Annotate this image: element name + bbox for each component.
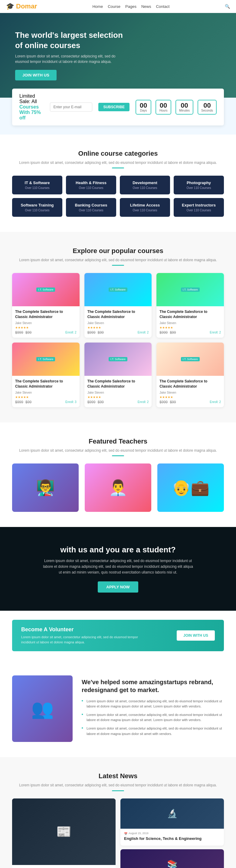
- hours-label: Hours: [159, 109, 168, 112]
- divider: [112, 167, 124, 168]
- minutes-label: Minutes: [179, 109, 190, 112]
- apply-now-button[interactable]: APPLY NOW: [98, 581, 138, 593]
- category-card-0[interactable]: IT & Software Over 110 Courses: [12, 176, 62, 194]
- course-card-0[interactable]: I.T. Software The Complete Salesforce to…: [12, 273, 80, 338]
- category-card-7[interactable]: Expert Instructors Over 110 Courses: [174, 198, 224, 217]
- cta-title: with us and you are a student?: [12, 545, 224, 555]
- course-image-3: I.T. Software: [12, 343, 80, 376]
- sale-info: Limited Sale: All Courses With 75% off: [19, 93, 44, 121]
- countdown-hours: 00 Hours: [155, 100, 171, 115]
- categories-section: Online course categories Lorem ipsum dol…: [0, 134, 236, 232]
- news-small-date-0: August 15, 2019: [128, 832, 149, 835]
- helped-title: We've helped some amazingstartups rebran…: [82, 678, 224, 694]
- course-image-1: I.T. Software: [84, 273, 152, 306]
- course-body-2: The Complete Salesforce to Classic Admin…: [156, 306, 224, 338]
- logo-text: Domar: [16, 2, 37, 10]
- countdown-minutes: 00 Minutes: [176, 100, 193, 115]
- calendar-icon-0: 📅: [124, 832, 127, 835]
- course-body-5: The Complete Salesforce to Classic Admin…: [156, 376, 224, 407]
- hero-content: The world's largest selection of online …: [15, 30, 130, 81]
- volunteer-subtitle: Lorem ipsum dolor sit amet, consectetur …: [21, 634, 142, 645]
- teachers-subtitle: Lorem ipsum dolor sit amet, consectetur …: [12, 448, 224, 454]
- course-card-1[interactable]: I.T. Software The Complete Salesforce to…: [84, 273, 152, 338]
- helped-content: We've helped some amazingstartups rebran…: [82, 678, 224, 740]
- course-body-3: The Complete Salesforce to Classic Admin…: [12, 376, 80, 407]
- nav-home[interactable]: Home: [92, 4, 103, 9]
- divider: [112, 790, 124, 791]
- nav-course[interactable]: Course: [108, 4, 120, 9]
- news-grid: 📰 📅 August 15, 2019 Form Design Patterns…: [12, 799, 224, 868]
- course-image-2: I.T. Software: [156, 273, 224, 306]
- sale-text: Limited Sale: All: [19, 93, 37, 104]
- volunteer-text: Become A Volunteer Lorem ipsum dolor sit…: [21, 626, 142, 645]
- logo[interactable]: 🎓 Domar: [6, 2, 37, 10]
- subscribe-button[interactable]: SUBSCRIBE: [98, 103, 129, 111]
- course-image-5: I.T. Software: [156, 343, 224, 376]
- teachers-section: Featured Teachers Lorem ipsum dolor sit …: [0, 422, 236, 527]
- news-card-large[interactable]: 📰 📅 August 15, 2019 Form Design Patterns…: [12, 799, 116, 868]
- helped-item-1: Lorem ipsum dolor sit amet, consectetur …: [82, 712, 224, 723]
- popular-courses-section: Explore our popular courses Lorem ipsum …: [0, 232, 236, 422]
- teachers-grid: 👨‍🏫 👨‍💼 👴‍💼: [12, 463, 224, 512]
- seconds-number: 00: [201, 102, 213, 109]
- teacher-image-0: 👨‍🏫: [12, 463, 79, 512]
- hero-cta-button[interactable]: JOIN WITH US: [15, 70, 57, 81]
- course-card-2[interactable]: I.T. Software The Complete Salesforce to…: [156, 273, 224, 338]
- volunteer-title: Become A Volunteer: [21, 626, 142, 633]
- seconds-label: Seconds: [201, 109, 213, 112]
- countdown-timer: 00 Days 00 Hours 00 Minutes 00 Seconds: [136, 100, 217, 115]
- course-card-5[interactable]: I.T. Software The Complete Salesforce to…: [156, 343, 224, 407]
- nav-pages[interactable]: Pages: [125, 4, 137, 9]
- courses-subtitle: Lorem ipsum dolor sit amet, consectetur …: [12, 257, 224, 263]
- news-small-image-1: 📚: [120, 849, 224, 868]
- teacher-card-1[interactable]: 👨‍💼: [85, 463, 151, 512]
- days-number: 00: [139, 102, 148, 109]
- category-card-3[interactable]: Photography Over 110 Courses: [174, 176, 224, 194]
- nav-contact[interactable]: Contact: [156, 4, 170, 9]
- minutes-number: 00: [179, 102, 190, 109]
- navigation: 🎓 Domar Home Course Pages News Contact 🔍: [0, 0, 236, 13]
- course-image-4: I.T. Software: [84, 343, 152, 376]
- email-input[interactable]: [50, 102, 92, 112]
- divider: [112, 265, 124, 266]
- helped-section: 👥 We've helped some amazingstartups rebr…: [0, 660, 236, 757]
- cta-subtitle: Lorem ipsum dolor sit amet, consectetur …: [42, 558, 194, 576]
- category-card-4[interactable]: Software Training Over 110 Courses: [12, 198, 62, 217]
- news-large-body: 📅 August 15, 2019 Form Design Patterns B…: [12, 865, 116, 868]
- volunteer-banner: Become A Volunteer Lorem ipsum dolor sit…: [12, 620, 224, 651]
- news-large-image: 📰: [12, 799, 116, 865]
- categories-subtitle: Lorem ipsum dolor sit amet, consectetur …: [12, 160, 224, 166]
- divider: [112, 455, 124, 456]
- course-image-0: I.T. Software: [12, 273, 80, 306]
- category-card-2[interactable]: Development Over 110 Courses: [120, 176, 170, 194]
- teacher-card-2[interactable]: 👴‍💼: [157, 463, 224, 512]
- volunteer-wrapper: Become A Volunteer Lorem ipsum dolor sit…: [0, 611, 236, 660]
- hero-section: The world's largest selection of online …: [0, 13, 236, 98]
- countdown-days: 00 Days: [136, 100, 151, 115]
- cta-section: with us and you are a student? Lorem ips…: [0, 527, 236, 611]
- course-card-3[interactable]: I.T. Software The Complete Salesforce to…: [12, 343, 80, 407]
- course-card-4[interactable]: I.T. Software The Complete Salesforce to…: [84, 343, 152, 407]
- news-small-title-0: English for Science, Techs & Engineering: [124, 836, 220, 841]
- news-card-small-0[interactable]: 🔬 📅 August 15, 2019 English for Science,…: [120, 799, 224, 846]
- helped-item-2: Lorem ipsum dolor sit amet, consectetur …: [82, 726, 224, 737]
- teacher-card-0[interactable]: 👨‍🏫: [12, 463, 79, 512]
- news-subtitle: Lorem ipsum dolor sit amet, consectetur …: [12, 782, 224, 788]
- nav-links: Home Course Pages News Contact: [92, 4, 170, 9]
- countdown-banner: Limited Sale: All Courses With 75% off S…: [12, 89, 224, 125]
- search-icon[interactable]: 🔍: [225, 4, 230, 9]
- course-body-1: The Complete Salesforce to Classic Admin…: [84, 306, 152, 338]
- categories-title: Online course categories: [12, 150, 224, 157]
- category-card-1[interactable]: Health & Fitness Over 110 Courses: [66, 176, 116, 194]
- news-title: Latest News: [12, 772, 224, 780]
- news-section: Latest News Lorem ipsum dolor sit amet, …: [0, 757, 236, 868]
- volunteer-join-button[interactable]: JOIN WITH US: [177, 630, 215, 641]
- category-card-6[interactable]: Lifetime Access Over 110 Courses: [120, 198, 170, 217]
- news-card-small-1[interactable]: 📚 📅 August 15, 2019 Conference, Events a…: [120, 849, 224, 868]
- nav-news[interactable]: News: [141, 4, 151, 9]
- news-small-column: 🔬 📅 August 15, 2019 English for Science,…: [120, 799, 224, 868]
- course-body-4: The Complete Salesforce to Classic Admin…: [84, 376, 152, 407]
- teacher-image-2: 👴‍💼: [157, 463, 224, 512]
- category-card-5[interactable]: Banking Courses Over 110 Courses: [66, 198, 116, 217]
- days-label: Days: [139, 109, 148, 112]
